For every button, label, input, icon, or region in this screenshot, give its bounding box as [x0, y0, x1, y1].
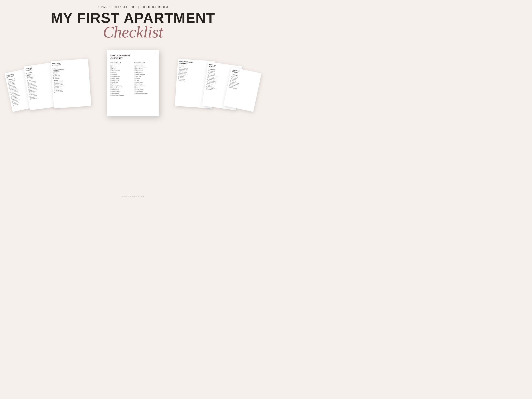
family-pictures: Family Pictures	[136, 89, 144, 90]
dining-room-chairs: Dining Room Chairs	[136, 66, 146, 68]
script-title: Checklist	[0, 24, 266, 40]
living-room-col: LIVING ROOM Sofa Armchair Recliner Accen…	[111, 62, 132, 97]
meal-thermometer-item: Meal Thermometer	[56, 91, 63, 93]
welcome-mat: Welcome Mat	[112, 93, 119, 94]
center-page: 1 FIRST APARTMENTCHECKLIST LIVING ROOM S…	[107, 50, 159, 116]
living-room-section: LIVING ROOM	[111, 62, 132, 63]
pages-container: FIRST APACHECKLIS BATHROOM Curtain & Rod…	[0, 46, 266, 137]
page-kitchen-cookware: FIRST APACHECKLIST KITCHEN Countertop Ap…	[51, 59, 91, 108]
branding: MOMMA BEARING	[0, 195, 266, 197]
accent-pillows: Accent Pillows	[112, 89, 119, 90]
dining-room-table: Dining Room Table	[136, 64, 145, 66]
dining-room-col: DINING ROOM Dining Room Table Dining Roo…	[134, 62, 156, 97]
drapery-curtain-rods: Drapery & Curtain Rods	[112, 95, 124, 96]
center-page-number: 1	[155, 52, 157, 56]
dining-room-section: DINING ROOM	[134, 62, 156, 63]
center-page-title: FIRST APARTMENTCHECKLIST	[111, 54, 156, 60]
wall-art: Wall Art	[136, 87, 140, 89]
subtitle: 8 PAGE EDITABLE PDF | ROOM BY ROOM	[0, 0, 266, 8]
